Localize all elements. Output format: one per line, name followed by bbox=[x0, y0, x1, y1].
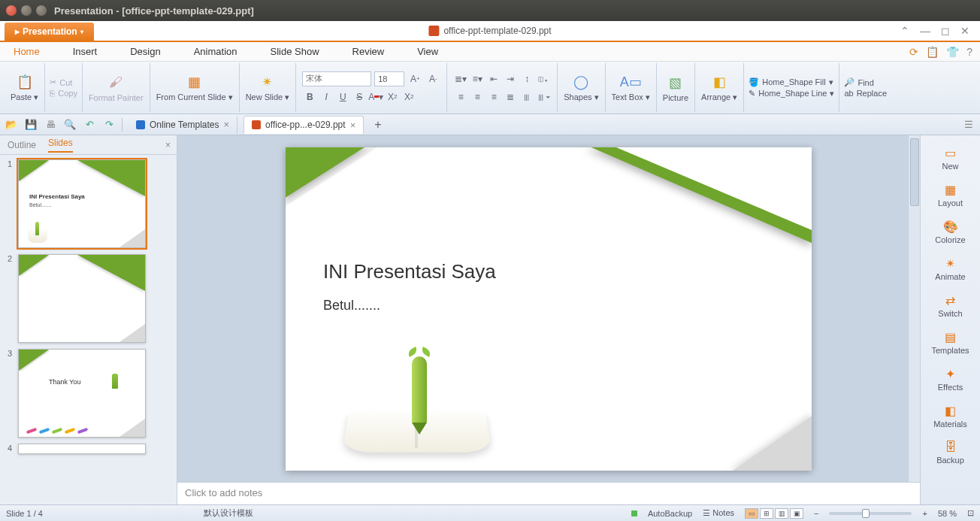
undo-icon[interactable]: ↶ bbox=[83, 118, 96, 132]
window-minimize-button[interactable] bbox=[21, 5, 32, 16]
align-right-icon[interactable]: ≡ bbox=[486, 89, 501, 105]
new-slide-button[interactable]: ✴ New Slide ▾ bbox=[240, 63, 297, 112]
print-icon[interactable]: 🖶 bbox=[44, 118, 57, 132]
numbering-icon[interactable]: ≡▾ bbox=[470, 71, 485, 86]
from-current-slide-button[interactable]: ▦ From Current Slide ▾ bbox=[150, 63, 240, 112]
subscript-icon[interactable]: X2 bbox=[401, 89, 416, 105]
find-button[interactable]: 🔎Find bbox=[844, 77, 887, 87]
slide-thumbnail[interactable]: 3 Thank You bbox=[8, 349, 174, 438]
outline-tab[interactable]: Outline bbox=[8, 140, 36, 150]
slide-subtitle[interactable]: Betul....... bbox=[323, 298, 380, 314]
picture-button[interactable]: ▧ Picture bbox=[657, 63, 695, 112]
tab-list-icon[interactable]: ☰ bbox=[962, 118, 975, 132]
italic-icon[interactable]: I bbox=[319, 89, 334, 105]
tab-animation[interactable]: Animation bbox=[188, 43, 243, 60]
align-center-icon[interactable]: ≡ bbox=[470, 89, 485, 105]
app-menu-button[interactable]: ▸ Presentation ▾ bbox=[5, 23, 94, 41]
shape-line-button[interactable]: ✎Home_Shape Line ▾ bbox=[749, 89, 834, 98]
slide-thumbnail[interactable]: 4 bbox=[8, 444, 174, 454]
tab-view[interactable]: View bbox=[411, 43, 444, 60]
shapes-button[interactable]: ◯ Shapes ▾ bbox=[558, 63, 605, 112]
tab-review[interactable]: Review bbox=[346, 43, 391, 60]
close-panel-icon[interactable]: × bbox=[165, 140, 171, 150]
taskpane-new[interactable]: ▭New bbox=[925, 141, 976, 175]
close-tab-icon[interactable]: × bbox=[224, 119, 230, 130]
paste-group[interactable]: 📋 Paste ▾ bbox=[5, 63, 45, 112]
tab-design[interactable]: Design bbox=[124, 43, 166, 60]
print-preview-icon[interactable]: 🔍 bbox=[63, 118, 77, 132]
fit-to-window-button[interactable]: ⊡ bbox=[967, 508, 974, 518]
slideshow-view-button[interactable]: ▣ bbox=[790, 508, 803, 519]
online-templates-tab[interactable]: Online Templates × bbox=[129, 116, 237, 134]
text-direction-icon[interactable]: ⎅▾ bbox=[536, 71, 551, 86]
slides-tab[interactable]: Slides bbox=[48, 138, 73, 153]
autobackup-label[interactable]: AutoBackup bbox=[648, 509, 692, 518]
tab-slideshow[interactable]: Slide Show bbox=[264, 43, 325, 60]
open-icon[interactable]: 📂 bbox=[5, 118, 18, 132]
window-close-button[interactable] bbox=[6, 5, 17, 16]
slide-thumbnail[interactable]: 1 INI Presentasi Saya Betul....... bbox=[8, 159, 174, 248]
taskpane-templates[interactable]: ▤Templates bbox=[925, 326, 976, 359]
window-maximize-button[interactable] bbox=[36, 5, 47, 16]
taskpane-animate[interactable]: ✴Animate bbox=[925, 252, 976, 286]
save-icon[interactable]: 💾 bbox=[24, 118, 38, 132]
taskpane-switch[interactable]: ⇄Switch bbox=[925, 289, 976, 323]
zoom-slider[interactable] bbox=[829, 512, 912, 515]
arrange-button[interactable]: ◧ Arrange ▾ bbox=[695, 63, 744, 112]
taskpane-backup[interactable]: 🗄Backup bbox=[925, 436, 976, 469]
clipboard-icon[interactable]: 📋 bbox=[926, 46, 939, 58]
format-painter-button[interactable]: 🖌 Format Painter bbox=[83, 63, 150, 112]
close-tab-icon[interactable]: × bbox=[350, 120, 356, 131]
copy-button[interactable]: ⎘Copy bbox=[50, 89, 77, 98]
bold-icon[interactable]: B bbox=[302, 89, 317, 105]
document-tab[interactable]: office-pp...e-029.ppt × bbox=[243, 116, 364, 134]
help-icon[interactable]: ? bbox=[966, 46, 972, 58]
slide-title[interactable]: INI Presentasi Saya bbox=[323, 260, 496, 283]
tab-home[interactable]: Home bbox=[8, 43, 46, 60]
taskpane-effects[interactable]: ✦Effects bbox=[925, 362, 976, 396]
decrease-indent-icon[interactable]: ⇤ bbox=[486, 71, 501, 86]
slide-thumbnail[interactable]: 2 bbox=[8, 254, 174, 343]
normal-view-button[interactable]: ▭ bbox=[745, 508, 758, 519]
vertical-scrollbar[interactable] bbox=[908, 135, 920, 482]
tab-insert[interactable]: Insert bbox=[67, 43, 104, 60]
columns-icon[interactable]: ⫼▾ bbox=[536, 89, 551, 105]
increase-indent-icon[interactable]: ⇥ bbox=[503, 71, 518, 86]
reading-view-button[interactable]: ▥ bbox=[775, 508, 788, 519]
skin-icon[interactable]: 👕 bbox=[946, 46, 959, 58]
zoom-out-button[interactable]: − bbox=[814, 509, 818, 518]
shape-fill-button[interactable]: 🪣Home_Shape Fill ▾ bbox=[749, 77, 834, 87]
zoom-in-button[interactable]: + bbox=[922, 509, 927, 518]
new-tab-button[interactable]: + bbox=[370, 118, 386, 132]
mdi-close-icon[interactable]: ✕ bbox=[960, 25, 969, 37]
font-color-icon[interactable]: A▾ bbox=[368, 89, 383, 105]
align-left-icon[interactable]: ≡ bbox=[453, 89, 468, 105]
superscript-icon[interactable]: X2 bbox=[385, 89, 400, 105]
shrink-font-icon[interactable]: A- bbox=[425, 71, 440, 86]
mdi-restore-icon[interactable]: ◻ bbox=[941, 25, 950, 37]
notes-area[interactable]: Click to add notes bbox=[177, 482, 920, 504]
replace-button[interactable]: abReplace bbox=[844, 89, 887, 98]
font-family-select[interactable]: 宋体 bbox=[302, 71, 371, 86]
taskpane-colorize[interactable]: 🎨Colorize bbox=[925, 215, 976, 249]
distribute-icon[interactable]: ⫼ bbox=[519, 89, 534, 105]
text-box-button[interactable]: A▭ Text Box ▾ bbox=[606, 63, 657, 112]
strike-icon[interactable]: S bbox=[352, 89, 367, 105]
sorter-view-button[interactable]: ⊞ bbox=[760, 508, 773, 519]
cut-button[interactable]: ✂Cut bbox=[50, 77, 77, 87]
grow-font-icon[interactable]: A+ bbox=[407, 71, 422, 86]
taskpane-layout[interactable]: ▦Layout bbox=[925, 178, 976, 212]
slide[interactable]: INI Presentasi Saya Betul....... bbox=[286, 147, 812, 471]
taskpane-materials[interactable]: ◧Materials bbox=[925, 399, 976, 433]
font-size-select[interactable]: 18 bbox=[374, 71, 404, 86]
justify-icon[interactable]: ≣ bbox=[503, 89, 518, 105]
line-spacing-icon[interactable]: ↕ bbox=[519, 71, 534, 86]
notes-toggle[interactable]: ☰ Notes bbox=[703, 508, 734, 518]
bullets-icon[interactable]: ≣▾ bbox=[453, 71, 468, 86]
ribbon-collapse-icon[interactable]: ⌃ bbox=[900, 25, 909, 37]
underline-icon[interactable]: U bbox=[335, 89, 350, 105]
redo-icon[interactable]: ↷ bbox=[102, 118, 116, 132]
sync-icon[interactable]: ⟳ bbox=[909, 46, 918, 58]
zoom-percent[interactable]: 58 % bbox=[938, 509, 957, 518]
mdi-minimize-icon[interactable]: — bbox=[920, 25, 930, 37]
